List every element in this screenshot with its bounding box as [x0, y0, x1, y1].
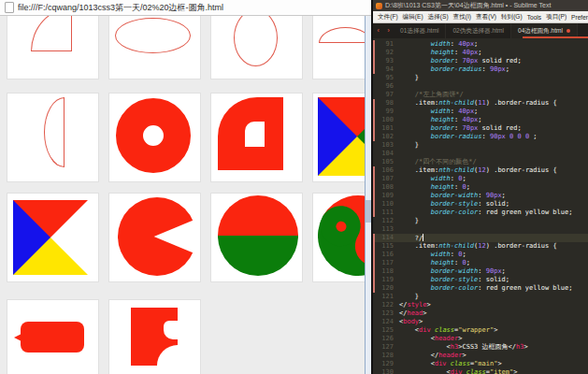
code-area[interactable]: 91 width: 40px;92 height: 40px;93 border…: [373, 37, 588, 374]
code-line[interactable]: 122</style>: [373, 301, 588, 309]
code-line[interactable]: 129 <div class="main">: [373, 360, 588, 368]
code-line[interactable]: 123</head>: [373, 309, 588, 318]
code-line[interactable]: 114 ?/: [373, 234, 588, 242]
code-text: ?/: [399, 234, 423, 242]
menu-item[interactable]: 转到(G): [501, 13, 523, 22]
code-line[interactable]: 110 border-style: solid;: [373, 200, 588, 209]
address-bar[interactable]: file:///F:/cqwang/1013css3第一天/02%20边框-圆角…: [0, 0, 371, 16]
code-line[interactable]: 103 }: [373, 141, 588, 150]
line-number: 125: [373, 326, 399, 335]
menu-item[interactable]: 文件(F): [378, 13, 398, 22]
code-line[interactable]: 99 width: 40px;: [373, 108, 588, 116]
code-line[interactable]: 115 .item:nth-child(12) .border-radius {: [373, 242, 588, 251]
code-line[interactable]: 124<body>: [373, 318, 588, 326]
line-number: 101: [373, 124, 399, 133]
tab-label: 04边框圆角.html: [518, 27, 563, 36]
code-text: <body>: [399, 318, 423, 326]
modified-line-mark: [373, 242, 375, 251]
menu-item[interactable]: 编辑(E): [403, 13, 423, 22]
code-text: border-style: solid;: [399, 200, 509, 209]
tab-scroll-left-icon[interactable]: ‹: [373, 23, 383, 38]
code-line[interactable]: 96: [373, 82, 588, 91]
line-number: 128: [373, 352, 399, 360]
code-line[interactable]: 93 border: 70px solid red;: [373, 57, 588, 65]
code-line[interactable]: 100 height: 40px;: [373, 116, 588, 124]
code-text: height: 0;: [399, 259, 470, 267]
tab-label: 01选择器.html: [400, 27, 438, 36]
donut-shape: [116, 98, 191, 173]
menu-item[interactable]: 项目(P): [546, 13, 566, 22]
demo-card: [7, 194, 98, 281]
code-line[interactable]: 117 height: 0;: [373, 259, 588, 267]
demo-card: [211, 16, 302, 79]
code-line[interactable]: 116 width: 0;: [373, 251, 588, 259]
code-line[interactable]: 107 width: 0;: [373, 175, 588, 183]
code-line[interactable]: 111 border-color: red green yellow blue;: [373, 209, 588, 217]
code-line[interactable]: 126 <header>: [373, 335, 588, 343]
tab[interactable]: 02伪类选择器.html: [446, 23, 511, 38]
code-line[interactable]: 130 <div class="item">: [373, 368, 588, 374]
code-line[interactable]: 119 border-style: solid;: [373, 276, 588, 284]
code-text: width: 40px;: [399, 40, 478, 49]
tab[interactable]: 01选择器.html: [394, 23, 446, 38]
modified-line-mark: [373, 209, 375, 217]
demo-card: [109, 300, 200, 374]
code-line[interactable]: 104: [373, 150, 588, 158]
menu-bar: 文件(F)编辑(E)选择(S)查找(I)查看(V)转到(G)Tools项目(P)…: [373, 11, 588, 23]
code-line[interactable]: 98 .item:nth-child(11) .border-radius {: [373, 99, 588, 108]
code-line[interactable]: 94 border-radius: 90px;: [373, 65, 588, 74]
modified-line-mark: [373, 234, 375, 242]
code-line[interactable]: 118 border-width: 90px;: [373, 267, 588, 276]
code-line[interactable]: 105 /*四个不同的颜色*/: [373, 158, 588, 166]
demo-card: [109, 16, 200, 79]
rounded-rect-bubble-shape: [21, 322, 84, 352]
demo-card: [7, 16, 98, 79]
line-number: 129: [373, 360, 399, 368]
tab-scroll-right-icon[interactable]: ›: [383, 23, 394, 38]
menu-item[interactable]: 选择(S): [428, 13, 449, 22]
demo-card: [313, 94, 366, 181]
code-text: border: 70px solid red;: [399, 57, 522, 65]
ellipse-outline-shape: [115, 18, 191, 53]
menu-item[interactable]: Tools: [527, 14, 541, 21]
code-line[interactable]: 92 height: 40px;: [373, 49, 588, 57]
tab-bar: ‹ › 01选择器.html02伪类选择器.html04边框圆角.html: [373, 23, 588, 38]
code-line[interactable]: 125 <div class="wrapper">: [373, 326, 588, 335]
menu-item[interactable]: Preferences: [571, 14, 588, 21]
code-line[interactable]: 113: [373, 225, 588, 234]
line-number: 94: [373, 65, 399, 74]
code-line[interactable]: 121 }: [373, 293, 588, 301]
line-number: 124: [373, 318, 399, 326]
three-color-triangles-shape: [13, 200, 88, 275]
menu-item[interactable]: 查看(V): [476, 13, 496, 22]
code-line[interactable]: 101 border: 70px solid red;: [373, 124, 588, 133]
line-number: 96: [373, 82, 399, 91]
browser-scrollbar[interactable]: [365, 16, 371, 374]
code-line[interactable]: 106 .item:nth-child(12) .border-radius {: [373, 166, 588, 175]
line-number: 123: [373, 309, 399, 318]
code-line[interactable]: 127 <h3>CSS3 边框圆角</h3>: [373, 343, 588, 352]
demo-card: [109, 94, 200, 181]
code-text: <div class="item">: [399, 368, 517, 374]
code-line[interactable]: 97 /*左上角圆饼*/: [373, 91, 588, 99]
code-line[interactable]: 91 width: 40px;: [373, 40, 588, 49]
code-line[interactable]: 102 border-radius: 90px 0 0 0 ;: [373, 133, 588, 141]
code-line[interactable]: 108 height: 0;: [373, 183, 588, 192]
code-line[interactable]: 95 }: [373, 74, 588, 82]
code-line[interactable]: 109 border-width: 90px;: [373, 192, 588, 200]
line-number: 114: [373, 234, 399, 242]
code-text: height: 40px;: [399, 116, 482, 124]
line-number: 126: [373, 335, 399, 343]
menu-item[interactable]: 查找(I): [453, 13, 471, 22]
url-text: file:///F:/cqwang/1013css3第一天/02%20边框-圆角…: [18, 2, 223, 14]
page-icon: [5, 2, 14, 13]
line-number: 91: [373, 40, 399, 49]
line-number: 115: [373, 242, 399, 251]
code-text: border-width: 90px;: [399, 192, 506, 200]
code-line[interactable]: 120 border-color: red green yellow blue;: [373, 284, 588, 293]
code-line[interactable]: 112 }: [373, 217, 588, 225]
modified-line-mark: [373, 284, 375, 293]
demo-card: [313, 194, 366, 281]
code-line[interactable]: 128 </header>: [373, 352, 588, 360]
line-number: 130: [373, 368, 399, 374]
